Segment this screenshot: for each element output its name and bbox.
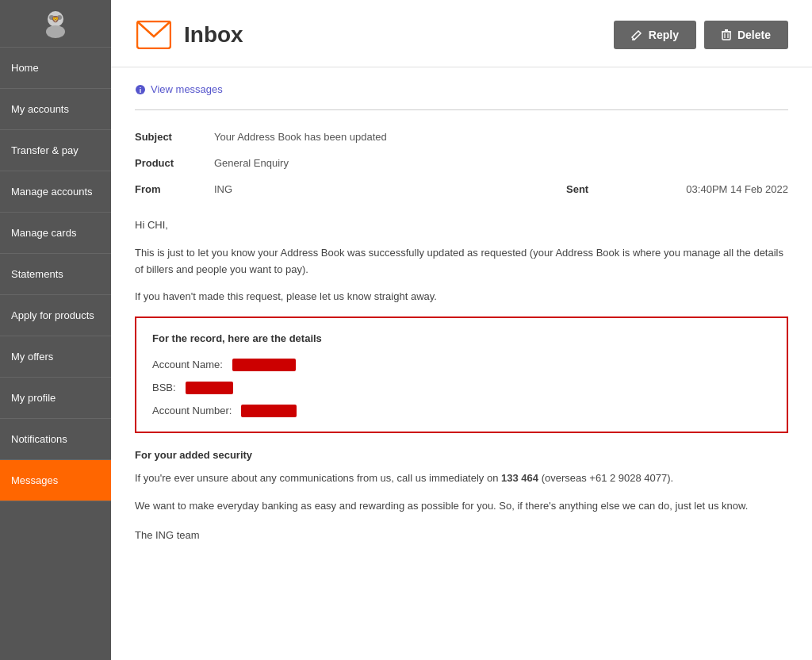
sidebar-item-my-profile[interactable]: My profile: [0, 378, 111, 419]
sidebar-logo: 🦁: [0, 0, 111, 48]
page-title-area: Inbox: [135, 16, 243, 54]
sidebar-item-my-offers[interactable]: My offers: [0, 336, 111, 378]
sidebar-item-my-profile-label: My profile: [11, 392, 56, 404]
reply-button[interactable]: Reply: [614, 21, 696, 49]
sidebar-item-my-accounts[interactable]: My accounts: [0, 89, 111, 130]
content-area: i View messages Subject Your Address Boo…: [111, 67, 812, 660]
security-section: For your added security If you're ever u…: [135, 447, 788, 487]
from-value: ING: [214, 180, 566, 198]
reply-button-label: Reply: [649, 29, 679, 41]
account-name-label: Account Name:: [152, 357, 223, 374]
bsb-row: BSB:: [152, 380, 771, 397]
product-label: Product: [135, 154, 214, 172]
sidebar-item-transfer-pay[interactable]: Transfer & pay: [0, 130, 111, 171]
sent-value: 03:40PM 14 Feb 2022: [630, 180, 788, 198]
security-body-prefix: If you're ever unsure about any communic…: [135, 472, 501, 484]
delete-button[interactable]: Delete: [704, 21, 788, 49]
sidebar-item-notifications-label: Notifications: [11, 433, 67, 445]
svg-rect-7: [722, 32, 730, 40]
message-body: Hi CHI, This is just to let you know you…: [135, 217, 788, 544]
sidebar-item-home[interactable]: Home: [0, 48, 111, 89]
sidebar: 🦁 Home My accounts Transfer & pay Manage…: [0, 0, 111, 660]
svg-text:🦁: 🦁: [52, 15, 59, 23]
sidebar-item-messages-label: Messages: [11, 474, 58, 486]
sidebar-item-messages[interactable]: Messages: [0, 460, 111, 501]
record-box: For the record, here are the details Acc…: [135, 317, 788, 433]
page-title: Inbox: [184, 22, 243, 48]
delete-trash-icon: [722, 29, 731, 40]
subject-label: Subject: [135, 128, 214, 146]
sidebar-item-manage-accounts[interactable]: Manage accounts: [0, 171, 111, 213]
inbox-icon-wrapper: [135, 16, 173, 54]
security-title: For your added security: [135, 447, 788, 464]
sidebar-item-statements-label: Statements: [11, 268, 63, 280]
reply-pencil-icon: [631, 29, 642, 40]
message-meta: Subject Your Address Book has been updat…: [135, 128, 788, 198]
account-number-redacted: [241, 405, 297, 417]
message-signature: The ING team: [135, 528, 788, 544]
ing-logo-icon: 🦁: [40, 8, 71, 40]
sidebar-item-notifications[interactable]: Notifications: [0, 419, 111, 460]
security-phone: 133 464: [501, 472, 538, 484]
sidebar-item-apply-products[interactable]: Apply for products: [0, 295, 111, 336]
sidebar-item-home-label: Home: [11, 62, 39, 74]
sidebar-item-my-accounts-label: My accounts: [11, 103, 69, 115]
sidebar-item-manage-accounts-label: Manage accounts: [11, 186, 93, 198]
message-greeting: Hi CHI,: [135, 217, 788, 234]
security-body-suffix: (overseas +61 2 9028 4077).: [538, 472, 673, 484]
account-name-row: Account Name:: [152, 357, 771, 374]
header-buttons: Reply Delete: [614, 21, 788, 49]
sidebar-item-manage-cards-label: Manage cards: [11, 227, 76, 239]
security-body: If you're ever unsure about any communic…: [135, 470, 788, 487]
message-body-2: If you haven't made this request, please…: [135, 289, 788, 305]
product-value: General Enquiry: [214, 154, 788, 172]
sidebar-item-apply-products-label: Apply for products: [11, 309, 94, 321]
main-content: Inbox Reply Delete: [111, 0, 812, 660]
sidebar-item-my-offers-label: My offers: [11, 351, 53, 363]
svg-point-1: [46, 25, 65, 38]
bsb-redacted: [186, 382, 233, 394]
sidebar-item-transfer-pay-label: Transfer & pay: [11, 144, 79, 156]
record-box-title: For the record, here are the details: [152, 331, 771, 347]
subject-value: Your Address Book has been updated: [214, 128, 788, 146]
message-body-3: We want to make everyday banking as easy…: [135, 498, 788, 515]
from-label: From: [135, 180, 214, 198]
message-divider: [135, 109, 788, 110]
inbox-mail-icon: [136, 21, 171, 49]
view-messages-link-label: View messages: [151, 83, 223, 95]
svg-text:i: i: [140, 86, 142, 94]
view-messages-link[interactable]: i View messages: [135, 83, 788, 95]
bsb-label: BSB:: [152, 380, 176, 397]
sidebar-item-statements[interactable]: Statements: [0, 254, 111, 295]
account-number-row: Account Number:: [152, 403, 771, 420]
sidebar-item-manage-cards[interactable]: Manage cards: [0, 213, 111, 254]
page-header: Inbox Reply Delete: [111, 0, 812, 67]
message-body-1: This is just to let you know your Addres…: [135, 245, 788, 278]
delete-button-label: Delete: [737, 29, 771, 41]
account-name-redacted: [232, 359, 296, 371]
info-circle-icon: i: [135, 84, 146, 95]
account-number-label: Account Number:: [152, 403, 232, 420]
sent-label: Sent: [566, 180, 630, 198]
